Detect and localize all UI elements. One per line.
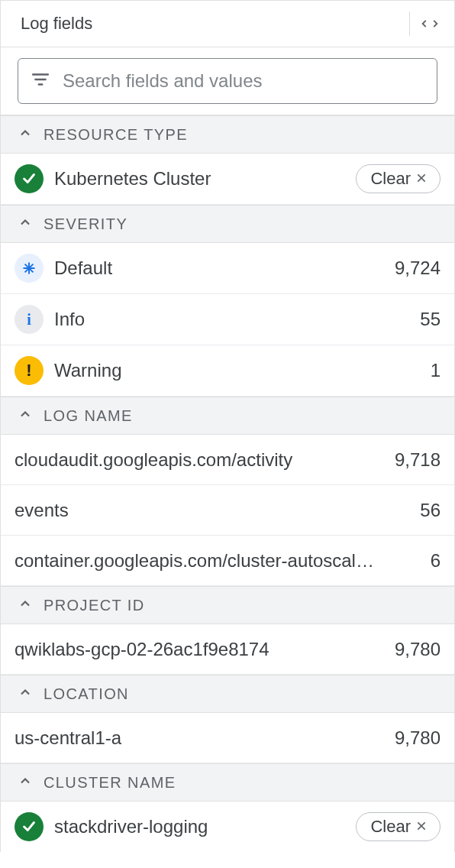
search-box[interactable] <box>18 58 437 104</box>
field-row-log-name[interactable]: cloudaudit.googleapis.com/activity 9,718 <box>1 435 454 485</box>
search-container <box>1 47 454 115</box>
search-input[interactable] <box>61 70 424 92</box>
field-count: 9,780 <box>395 727 440 749</box>
clear-label: Clear <box>370 169 411 189</box>
field-count: 55 <box>420 309 440 330</box>
close-icon <box>415 169 428 189</box>
caret-up-icon <box>18 596 33 614</box>
chevron-right-icon <box>430 15 440 33</box>
check-icon <box>15 164 44 193</box>
section-title: SEVERITY <box>44 215 127 233</box>
panel-header-actions <box>409 11 440 36</box>
section-header-location[interactable]: LOCATION <box>1 675 454 713</box>
clear-button[interactable]: Clear <box>356 812 440 841</box>
field-row-severity-default[interactable]: Default 9,724 <box>1 243 454 294</box>
field-label: cloudaudit.googleapis.com/activity <box>15 449 375 471</box>
field-row-project-id[interactable]: qwiklabs-gcp-02-26ac1f9e8174 9,780 <box>1 624 454 675</box>
section-header-resource-type[interactable]: RESOURCE TYPE <box>1 115 454 154</box>
log-fields-panel: Log fields RESOURCE TYPE Kubernetes Clus… <box>0 0 455 852</box>
clear-button[interactable]: Clear <box>356 164 440 193</box>
field-count: 9,724 <box>395 257 440 279</box>
clear-label: Clear <box>370 817 411 837</box>
filter-icon <box>31 70 50 92</box>
field-row-log-name[interactable]: events 56 <box>1 485 454 536</box>
caret-up-icon <box>18 215 33 233</box>
field-row-location[interactable]: us-central1-a 9,780 <box>1 713 454 763</box>
panel-title: Log fields <box>21 14 92 34</box>
field-label: container.googleapis.com/cluster-autosca… <box>15 550 411 572</box>
caret-up-icon <box>18 685 33 703</box>
field-row-resource-type[interactable]: Kubernetes Cluster Clear <box>1 154 454 205</box>
info-icon: i <box>15 305 44 334</box>
caret-up-icon <box>18 406 33 425</box>
section-header-log-name[interactable]: LOG NAME <box>1 397 454 435</box>
field-label: stackdriver-logging <box>54 816 345 837</box>
field-label: events <box>15 500 400 521</box>
check-icon <box>15 812 44 841</box>
section-title: PROJECT ID <box>44 597 145 614</box>
caret-up-icon <box>18 125 33 144</box>
field-label: Info <box>54 309 400 330</box>
field-row-severity-warning[interactable]: ! Warning 1 <box>1 345 454 397</box>
collapse-toggle[interactable] <box>419 15 440 33</box>
section-header-project-id[interactable]: PROJECT ID <box>1 586 454 624</box>
field-row-cluster-name[interactable]: stackdriver-logging Clear <box>1 802 454 852</box>
field-label: qwiklabs-gcp-02-26ac1f9e8174 <box>15 639 375 660</box>
asterisk-icon <box>15 254 44 283</box>
section-title: CLUSTER NAME <box>44 774 176 792</box>
close-icon <box>415 817 428 837</box>
field-count: 6 <box>431 550 440 572</box>
field-count: 9,780 <box>395 639 440 660</box>
field-row-severity-info[interactable]: i Info 55 <box>1 294 454 345</box>
warning-icon: ! <box>15 356 44 385</box>
section-title: LOG NAME <box>44 407 133 425</box>
section-title: LOCATION <box>44 685 129 703</box>
field-label: Warning <box>54 360 411 381</box>
field-label: Default <box>54 257 375 279</box>
field-count: 1 <box>431 360 440 381</box>
section-header-severity[interactable]: SEVERITY <box>1 205 454 243</box>
field-label: us-central1-a <box>15 727 375 749</box>
field-count: 56 <box>420 500 440 521</box>
section-header-cluster-name[interactable]: CLUSTER NAME <box>1 763 454 802</box>
panel-header: Log fields <box>1 0 454 47</box>
chevron-left-icon <box>419 15 430 33</box>
header-divider <box>409 11 410 36</box>
field-label: Kubernetes Cluster <box>54 168 345 189</box>
field-count: 9,718 <box>395 449 440 471</box>
field-row-log-name[interactable]: container.googleapis.com/cluster-autosca… <box>1 536 454 586</box>
section-title: RESOURCE TYPE <box>44 126 188 144</box>
caret-up-icon <box>18 773 33 792</box>
